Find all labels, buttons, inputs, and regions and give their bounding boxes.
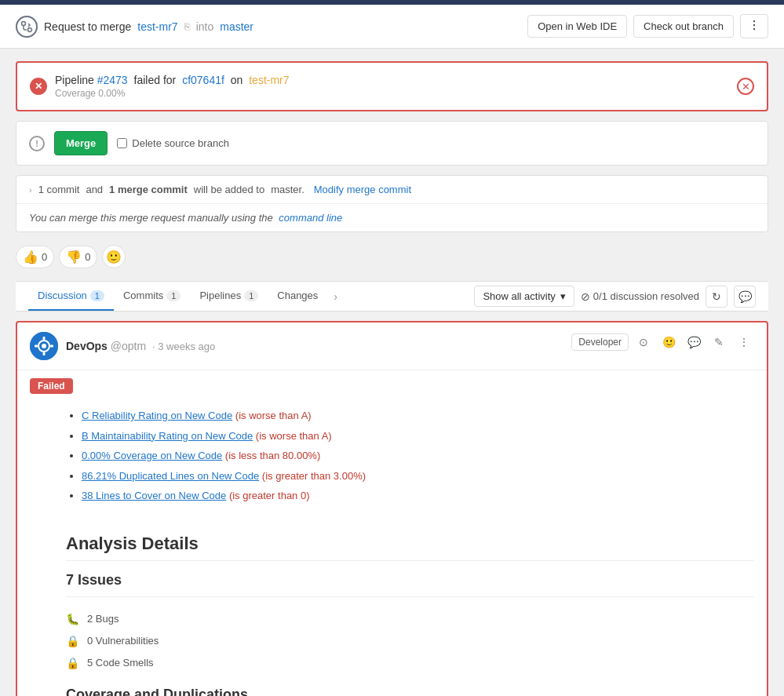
emoji-icon-button[interactable]: 🙂 bbox=[658, 332, 679, 352]
thumbs-down-count: 0 bbox=[85, 251, 90, 263]
pipeline-close-button[interactable]: ✕ bbox=[737, 78, 754, 95]
failed-badge-container: Failed bbox=[17, 370, 767, 402]
bug-icon: 🐛 bbox=[66, 613, 79, 625]
svg-point-4 bbox=[753, 28, 755, 30]
list-item: 0.00% Coverage on New Code (is less than… bbox=[82, 448, 754, 464]
vulnerabilities-count: 0 Vulnerabilities bbox=[87, 635, 159, 647]
svg-point-0 bbox=[22, 21, 26, 25]
merge-button[interactable]: Merge bbox=[54, 131, 108, 155]
discussion-content: DevOps @optm · 3 weeks ago Developer ⊙ 🙂… bbox=[16, 321, 768, 696]
tab-commits[interactable]: Commits 1 bbox=[114, 282, 190, 311]
command-line-link[interactable]: command line bbox=[279, 212, 342, 224]
analysis-divider bbox=[66, 560, 754, 561]
pipeline-on-text: on bbox=[231, 74, 243, 86]
modify-merge-commit-link[interactable]: Modify merge commit bbox=[314, 184, 411, 195]
into-text: into bbox=[196, 20, 214, 33]
pipelines-count: 1 bbox=[244, 290, 258, 301]
code-smell-icon: 🔒 bbox=[66, 657, 79, 669]
duplicated-link[interactable]: 86.21% Duplicated Lines on New Code bbox=[82, 470, 259, 482]
thumbs-down-icon: 👎 bbox=[66, 250, 82, 264]
list-item: 🐛 2 Bugs bbox=[66, 608, 754, 630]
analysis-section: Analysis Details 7 Issues 🐛 2 Bugs 🔒 0 V… bbox=[17, 521, 767, 697]
commit-info-row: › 1 commit and 1 merge commit will be ad… bbox=[16, 176, 768, 204]
author-avatar bbox=[30, 332, 58, 360]
svg-point-3 bbox=[753, 24, 755, 26]
tabs-right: Show all activity ▾ ⊘ 0/1 discussion res… bbox=[474, 286, 756, 308]
manual-merge-row: You can merge this merge request manuall… bbox=[16, 204, 768, 231]
commit-count-text: 1 commit bbox=[38, 184, 80, 195]
pipeline-branch[interactable]: test-mr7 bbox=[249, 74, 289, 86]
svg-rect-8 bbox=[43, 337, 46, 340]
author-name[interactable]: DevOps bbox=[66, 340, 108, 352]
target-branch-link[interactable]: master bbox=[220, 20, 253, 33]
tab-discussion[interactable]: Discussion 1 bbox=[28, 282, 114, 311]
failed-badge: Failed bbox=[30, 378, 73, 394]
maintainability-link[interactable]: B Maintainability Rating on New Code bbox=[82, 430, 253, 442]
reply-icon-button[interactable]: 💬 bbox=[684, 332, 704, 352]
thumbs-down-button[interactable]: 👎 0 bbox=[59, 246, 97, 268]
coverage-suffix: (is less than 80.00%) bbox=[225, 450, 320, 461]
manual-merge-text: You can merge this merge request manuall… bbox=[29, 212, 273, 224]
reactions-row: 👍 0 👎 0 🙂 bbox=[16, 242, 768, 271]
reliability-link[interactable]: C Reliability Rating on New Code bbox=[82, 410, 232, 421]
commit-and-text: and bbox=[86, 184, 103, 195]
pipeline-failed-for: failed for bbox=[134, 74, 177, 86]
svg-rect-10 bbox=[35, 345, 38, 348]
status-icon-button[interactable]: ⊙ bbox=[633, 332, 654, 352]
developer-badge: Developer bbox=[571, 333, 629, 351]
list-item: 🔒 0 Vulnerabilities bbox=[66, 630, 754, 652]
mr-header-left: Request to merge test-mr7 ⎘ into master bbox=[16, 16, 253, 38]
pipeline-left: ✕ Pipeline #2473 failed for cf07641f on … bbox=[30, 74, 290, 99]
refresh-discussion-button[interactable]: ↻ bbox=[706, 286, 727, 308]
author-time: · 3 weeks ago bbox=[152, 341, 215, 352]
thumbs-up-button[interactable]: 👍 0 bbox=[16, 246, 54, 268]
copy-branch-icon[interactable]: ⎘ bbox=[184, 21, 190, 32]
smile-icon: 🙂 bbox=[106, 250, 122, 264]
issues-divider bbox=[66, 596, 754, 597]
pipeline-coverage: Coverage 0.00% bbox=[55, 88, 290, 99]
list-item: 86.21% Duplicated Lines on New Code (is … bbox=[82, 468, 754, 484]
activity-dropdown[interactable]: Show all activity ▾ bbox=[474, 286, 574, 307]
lines-link[interactable]: 38 Lines to Cover on New Code bbox=[82, 490, 226, 501]
more-options-button[interactable]: ⋮ bbox=[734, 332, 754, 352]
tabs-left: Discussion 1 Commits 1 Pipelines 1 Chang… bbox=[28, 282, 344, 311]
delete-source-label[interactable]: Delete source branch bbox=[117, 137, 229, 149]
maintainability-suffix: (is worse than A) bbox=[256, 430, 332, 442]
merge-commit-text: 1 merge commit bbox=[109, 184, 188, 195]
edit-icon-button[interactable]: ✎ bbox=[709, 332, 729, 352]
pipeline-number[interactable]: #2473 bbox=[97, 74, 128, 86]
issues-bullet-list: C Reliability Rating on New Code (is wor… bbox=[66, 408, 754, 504]
check-out-branch-button[interactable]: Check out branch bbox=[633, 15, 734, 38]
content-area: ✕ Pipeline #2473 failed for cf07641f on … bbox=[0, 49, 784, 696]
coverage-duplications-title: Coverage and Duplications bbox=[66, 687, 754, 697]
mr-options-button[interactable] bbox=[740, 14, 768, 38]
tab-changes[interactable]: Changes bbox=[268, 282, 327, 311]
open-web-ide-button[interactable]: Open in Web IDE bbox=[527, 15, 627, 38]
svg-rect-11 bbox=[50, 345, 53, 348]
merge-request-icon bbox=[16, 16, 38, 38]
tab-pipelines[interactable]: Pipelines 1 bbox=[190, 282, 268, 311]
comment-button[interactable]: 💬 bbox=[734, 286, 756, 308]
chevron-icon[interactable]: › bbox=[29, 185, 32, 195]
coverage-link[interactable]: 0.00% Coverage on New Code bbox=[82, 450, 222, 461]
thumbs-up-count: 0 bbox=[42, 251, 47, 263]
discussion-header-right: Developer ⊙ 🙂 💬 ✎ ⋮ bbox=[571, 332, 754, 352]
add-reaction-button[interactable]: 🙂 bbox=[102, 245, 126, 268]
reliability-suffix: (is worse than A) bbox=[235, 410, 312, 421]
will-be-text: will be added to bbox=[194, 184, 264, 195]
delete-source-checkbox[interactable] bbox=[117, 138, 127, 148]
list-item: 38 Lines to Cover on New Code (is greate… bbox=[82, 488, 754, 504]
page-container: Request to merge test-mr7 ⎘ into master … bbox=[0, 0, 784, 696]
pipeline-label: Pipeline bbox=[55, 74, 94, 86]
pipeline-error-icon: ✕ bbox=[30, 78, 47, 95]
list-item: 🔒 5 Code Smells bbox=[66, 652, 754, 674]
code-smells-count: 5 Code Smells bbox=[87, 657, 154, 669]
analysis-details-title: Analysis Details bbox=[66, 534, 754, 554]
pipeline-sha[interactable]: cf07641f bbox=[182, 74, 224, 86]
more-tabs-button[interactable]: › bbox=[327, 282, 344, 311]
issues-list: 🐛 2 Bugs 🔒 0 Vulnerabilities 🔒 5 Code Sm… bbox=[66, 608, 754, 674]
mr-header: Request to merge test-mr7 ⎘ into master … bbox=[0, 5, 784, 49]
source-branch-link[interactable]: test-mr7 bbox=[137, 20, 177, 33]
request-to-merge-text: Request to merge bbox=[44, 20, 131, 33]
thumbs-up-icon: 👍 bbox=[23, 250, 38, 264]
